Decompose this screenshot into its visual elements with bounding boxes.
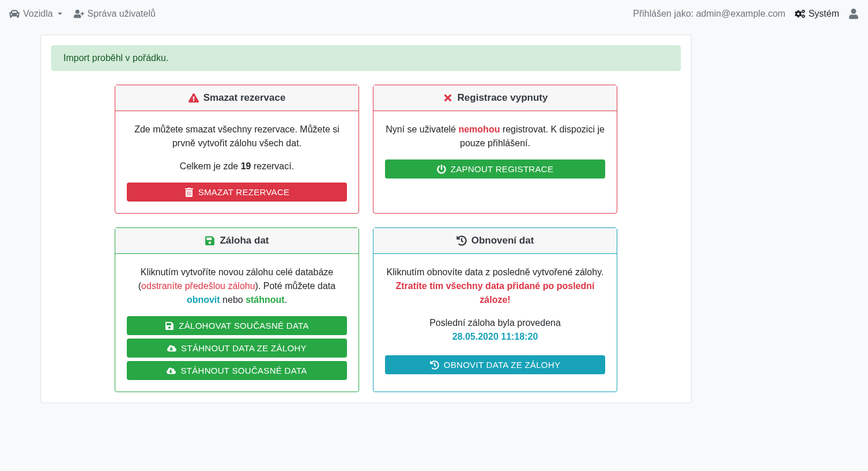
- card-body-backup: Kliknutím vytvoříte novou zálohu celé da…: [115, 254, 358, 392]
- reg-prefix: Nyní se uživatelé: [386, 124, 458, 134]
- card-body-restore: Kliknutím obnovíte data z posledně vytvo…: [373, 254, 617, 386]
- caret-icon: [58, 13, 62, 15]
- count-suffix: rezervací.: [251, 161, 294, 171]
- download-backup-label: Stáhnout data ze zálohy: [181, 343, 307, 353]
- car-icon: [9, 9, 20, 19]
- backup-danger: odstraníte předešlou zálohu: [141, 281, 255, 291]
- restore-last-backup: Poslední záloha byla provedena 28.05.202…: [385, 316, 605, 344]
- download-current-label: Stáhnout současné data: [180, 366, 307, 375]
- cogs-icon: [795, 9, 805, 19]
- backup-nebo: nebo: [220, 295, 246, 305]
- alert-success: Import proběhl v pořádku.: [51, 45, 681, 71]
- times-icon: [443, 93, 453, 103]
- registration-desc: Nyní se uživatelé nemohou registrovat. K…: [385, 123, 605, 150]
- card-registration: Registrace vypnuty Nyní se uživatelé nem…: [373, 85, 617, 214]
- cloud-download-icon: [167, 344, 176, 353]
- backup-current-label: Zálohovat současné data: [179, 321, 309, 331]
- backup-current-button[interactable]: Zálohovat současné data: [127, 316, 347, 335]
- navbar-left: Vozidla Správa uživatelů: [9, 9, 156, 19]
- nav-user-management[interactable]: Správa uživatelů: [74, 9, 156, 19]
- alert-text: Import proběhl v pořádku.: [63, 53, 168, 63]
- user-plus-icon: [74, 9, 84, 19]
- card-title-backup: Záloha dat: [220, 235, 269, 246]
- restore-desc: Kliknutím obnovíte data z posledně vytvo…: [385, 265, 605, 307]
- backup-stahnout: stáhnout: [246, 295, 285, 305]
- card-backup: Záloha dat Kliknutím vytvoříte novou zál…: [115, 227, 359, 392]
- restore-last-label: Poslední záloha byla provedena: [429, 318, 561, 328]
- card-body-delete: Zde můžete smazat všechny rezervace. Můž…: [115, 111, 358, 213]
- reg-bold: nemohou: [458, 124, 500, 134]
- cloud-download-icon-2: [167, 366, 176, 375]
- nav-vehicles[interactable]: Vozidla: [9, 9, 62, 19]
- trash-icon: [184, 188, 194, 197]
- delete-count: Celkem je zde 19 rezervací.: [127, 159, 347, 173]
- history-btn-icon: [430, 360, 439, 370]
- card-header-registration: Registrace vypnuty: [373, 85, 617, 111]
- restore-last-time: 28.05.2020 11:18:20: [452, 332, 538, 341]
- count-prefix: Celkem je zde: [180, 161, 241, 171]
- count-number: 19: [241, 161, 251, 171]
- navbar-right: Přihlášen jako: admin@example.com Systém: [633, 9, 859, 19]
- save-btn-icon: [165, 321, 174, 331]
- backup-end: .: [285, 295, 287, 305]
- card-body-registration: Nyní se uživatelé nemohou registrovat. K…: [373, 111, 617, 190]
- enable-reg-label: Zapnout registrace: [451, 164, 553, 174]
- restore-button[interactable]: Obnovit data ze zálohy: [385, 355, 605, 374]
- logged-in-prefix: Přihlášen jako:: [633, 9, 696, 18]
- nav-system[interactable]: Systém: [795, 9, 839, 19]
- navbar: Vozidla Správa uživatelů Přihlášen jako:…: [0, 0, 868, 28]
- power-icon: [437, 165, 446, 174]
- nav-user-management-label: Správa uživatelů: [88, 9, 156, 19]
- user-icon[interactable]: [848, 9, 859, 19]
- backup-desc: Kliknutím vytvoříte novou zálohu celé da…: [127, 265, 347, 307]
- card-restore: Obnovení dat Kliknutím obnovíte data z p…: [373, 227, 617, 392]
- enable-registration-button[interactable]: Zapnout registrace: [385, 159, 605, 178]
- restore-button-label: Obnovit data ze zálohy: [444, 360, 560, 370]
- card-header-backup: Záloha dat: [115, 228, 358, 254]
- card-header-restore: Obnovení dat: [373, 228, 617, 254]
- backup-obnovit: obnovit: [187, 295, 220, 305]
- logged-in-email: admin@example.com: [696, 9, 786, 18]
- warning-icon: [188, 93, 199, 103]
- card-title-delete: Smazat rezervace: [203, 92, 286, 104]
- restore-p1: Kliknutím obnovíte data z posledně vytvo…: [387, 267, 604, 277]
- main-container: Import proběhl v pořádku. Smazat rezerva…: [40, 35, 692, 403]
- card-title-restore: Obnovení dat: [471, 235, 534, 246]
- download-backup-button[interactable]: Stáhnout data ze zálohy: [127, 339, 347, 358]
- nav-vehicles-label: Vozidla: [23, 9, 53, 19]
- cards-wrap: Smazat rezervace Zde můžete smazat všech…: [51, 85, 681, 392]
- restore-danger: Ztratíte tím všechny data přidané po pos…: [396, 281, 595, 305]
- delete-button-label: Smazat rezervace: [198, 187, 290, 197]
- delete-reservations-button[interactable]: Smazat rezervace: [127, 183, 347, 202]
- card-title-registration: Registrace vypnuty: [458, 92, 548, 104]
- history-icon: [456, 235, 467, 246]
- logged-user-label: Přihlášen jako: admin@example.com: [633, 9, 785, 19]
- card-delete-reservations: Smazat rezervace Zde můžete smazat všech…: [115, 85, 359, 214]
- delete-desc: Zde můžete smazat všechny rezervace. Můž…: [127, 123, 347, 150]
- card-header-delete: Smazat rezervace: [115, 85, 358, 111]
- save-icon: [205, 235, 215, 246]
- download-current-button[interactable]: Stáhnout současné data: [127, 361, 347, 380]
- backup-p2: ). Poté můžete data: [255, 281, 336, 291]
- nav-system-label: Systém: [809, 9, 839, 19]
